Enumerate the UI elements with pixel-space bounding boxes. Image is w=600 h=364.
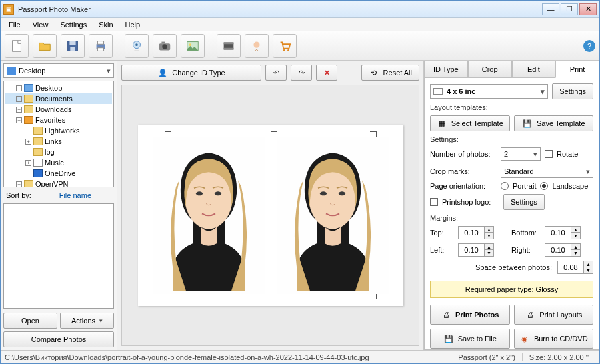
tree-node-lightworks[interactable]: Lightworks	[5, 125, 112, 136]
print-preview	[121, 85, 419, 346]
open-folder-button[interactable]	[33, 34, 57, 58]
svg-rect-5	[97, 41, 103, 44]
paper-icon	[433, 88, 443, 95]
webcam-button[interactable]	[125, 34, 149, 58]
status-size: Size: 2.00 x 2.00 ''	[522, 353, 595, 361]
movie-button[interactable]	[217, 34, 241, 58]
status-passport: Passport (2" x 2")	[451, 353, 521, 361]
rotate-right-button[interactable]: ↷	[291, 65, 312, 81]
sort-link[interactable]: File name	[59, 191, 91, 199]
menu-skin[interactable]: Skin	[93, 19, 118, 30]
margin-right-input[interactable]: 0.10▲▼	[545, 243, 581, 257]
print-photos-button[interactable]: 🖨Print Photos	[430, 305, 510, 325]
svg-point-18	[283, 49, 285, 51]
menu-settings[interactable]: Settings	[55, 19, 92, 30]
close-button[interactable]: ✕	[579, 3, 597, 15]
menu-view[interactable]: View	[27, 19, 54, 30]
cart-button[interactable]	[273, 34, 297, 58]
printshop-checkbox[interactable]	[430, 198, 438, 206]
print-layouts-button[interactable]: 🖨Print Layouts	[514, 305, 594, 325]
margin-left-input[interactable]: 0.10▲▼	[458, 243, 494, 257]
location-combo[interactable]: Desktop ▾	[3, 63, 114, 78]
tab-crop[interactable]: Crop	[468, 61, 512, 78]
minimize-button[interactable]: —	[542, 3, 559, 15]
tab-edit[interactable]: Edit	[512, 61, 556, 78]
menubar: FileViewSettingsSkinHelp	[1, 18, 599, 31]
print-button[interactable]	[89, 34, 113, 58]
image-button[interactable]	[181, 34, 205, 58]
svg-point-21	[196, 191, 203, 195]
tab-id-type[interactable]: ID Type	[424, 61, 468, 78]
rotate-checkbox[interactable]	[545, 150, 553, 158]
burn-cd-button[interactable]: ◉Burn to CD/DVD	[514, 329, 594, 349]
rotate-right-icon: ↷	[299, 69, 305, 77]
tree-node-favorites[interactable]: +Favorites	[5, 115, 112, 125]
svg-point-13	[189, 43, 192, 46]
paper-size-combo[interactable]: 4 x 6 inc ▾	[430, 84, 548, 99]
maximize-button[interactable]: ☐	[561, 3, 578, 15]
paper-settings-button[interactable]: Settings	[552, 83, 593, 99]
layouts-icon: 🖨	[525, 309, 535, 320]
svg-point-17	[253, 41, 259, 47]
diskette-icon: 💾	[443, 333, 454, 344]
tree-node-onedrive[interactable]: OneDrive	[5, 168, 112, 179]
folder-tree[interactable]: -Desktop+Documents+Downloads+FavoritesLi…	[3, 81, 114, 187]
select-template-button[interactable]: ▦Select Template	[430, 115, 510, 131]
svg-rect-0	[13, 40, 21, 51]
tree-node-documents[interactable]: +Documents	[5, 93, 112, 104]
tree-node-desktop[interactable]: -Desktop	[5, 83, 112, 93]
margin-top-label: Top:	[430, 229, 458, 237]
svg-point-25	[339, 191, 345, 195]
portrait-radio[interactable]	[501, 182, 509, 190]
svg-point-19	[287, 49, 289, 51]
menu-help[interactable]: Help	[120, 19, 146, 30]
save-button[interactable]	[61, 34, 85, 58]
print-tab-body: 4 x 6 inc ▾ Settings Layout templates: ▦…	[424, 78, 599, 350]
tree-node-music[interactable]: +Music	[5, 157, 112, 168]
orientation-label: Page orientation:	[430, 182, 497, 190]
crop-marks-select[interactable]: Standard▾	[501, 165, 593, 178]
reset-icon: ⟲	[369, 67, 379, 78]
thumbnail-list[interactable]	[3, 203, 114, 309]
actions-button[interactable]: Actions	[60, 313, 114, 329]
menu-file[interactable]: File	[3, 19, 26, 30]
status-path: C:\Users\Виктория\Downloads\portrait-of-…	[5, 353, 451, 361]
titlebar: ▣ Passport Photo Maker — ☐ ✕	[1, 1, 599, 18]
person-icon: 👤	[157, 67, 168, 78]
open-button[interactable]: Open	[3, 313, 57, 329]
margin-bottom-input[interactable]: 0.10▲▼	[545, 226, 581, 239]
save-to-file-button[interactable]: 💾Save to File	[430, 329, 510, 349]
new-button[interactable]	[5, 34, 29, 58]
window-title: Passport Photo Maker	[18, 5, 542, 13]
space-label: Space between photos:	[475, 263, 552, 271]
change-id-type-button[interactable]: 👤 Change ID Type	[121, 65, 261, 81]
retouch-button[interactable]	[245, 34, 269, 58]
num-photos-label: Number of photos:	[430, 150, 497, 158]
printshop-settings-button[interactable]: Settings	[503, 194, 545, 210]
tree-node-links[interactable]: +Links	[5, 136, 112, 147]
tree-node-downloads[interactable]: +Downloads	[5, 104, 112, 115]
camera-button[interactable]	[153, 34, 177, 58]
passport-photo-2	[277, 137, 389, 294]
tree-node-log[interactable]: log	[5, 147, 112, 157]
svg-rect-2	[69, 41, 75, 44]
space-input[interactable]: 0.08▲▼	[557, 261, 593, 274]
cd-icon: ◉	[519, 333, 530, 344]
help-icon[interactable]: ?	[583, 40, 595, 52]
tab-print[interactable]: Print	[555, 61, 599, 78]
num-photos-select[interactable]: 2▾	[501, 147, 541, 161]
reset-all-button[interactable]: ⟲ Reset All	[361, 65, 419, 81]
rotate-left-button[interactable]: ↶	[265, 65, 287, 81]
margin-top-input[interactable]: 0.10▲▼	[458, 226, 494, 239]
landscape-radio[interactable]	[540, 182, 548, 190]
save-icon: 💾	[522, 118, 533, 129]
delete-button[interactable]: ✕	[316, 65, 337, 81]
right-panel: ID TypeCropEditPrint 4 x 6 inc ▾ Setting…	[423, 61, 599, 350]
save-template-button[interactable]: 💾Save Template	[514, 115, 594, 131]
desktop-icon	[7, 67, 16, 75]
paper-size-value: 4 x 6 inc	[447, 87, 475, 95]
tree-node-openvpn[interactable]: +OpenVPN	[5, 179, 112, 187]
left-panel: Desktop ▾ -Desktop+Documents+Downloads+F…	[1, 61, 117, 350]
compare-photos-button[interactable]: Compare Photos	[3, 331, 114, 347]
rotate-label: Rotate	[557, 150, 578, 158]
